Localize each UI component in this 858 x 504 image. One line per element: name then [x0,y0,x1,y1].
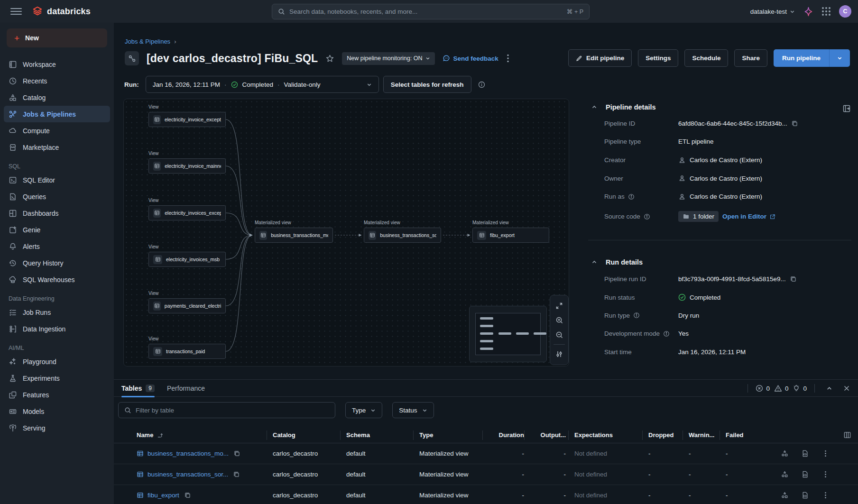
fit-to-screen-icon[interactable] [550,298,569,313]
column-header-dropped[interactable]: Dropped [648,427,679,443]
app-switcher-icon[interactable] [822,7,830,16]
sidebar-item-models[interactable]: Models [4,403,110,420]
sidebar-item-workspace[interactable]: Workspace [4,56,110,73]
close-panel-icon[interactable] [840,382,853,395]
send-feedback-link[interactable]: Send feedback [443,55,498,62]
open-in-editor-link[interactable]: Open in Editor [722,213,776,220]
zoom-out-icon[interactable] [550,328,569,342]
global-search-input[interactable]: Search data, notebooks, recents, and mor… [272,4,590,19]
table-filter-input[interactable]: Filter by table [118,402,335,418]
settings-button[interactable]: Settings [638,49,678,67]
table-name-link[interactable]: business_transactions_mo... [148,450,229,457]
sidebar-item-genie[interactable]: Genie [4,221,110,238]
sidebar-item-serving[interactable]: Serving [4,420,110,436]
more-actions-kebab-icon[interactable] [507,54,509,63]
dag-minimap[interactable] [469,306,547,362]
share-button[interactable]: Share [734,49,767,67]
dag-node-business_transactions_sorted[interactable]: business_transactions_sorted [364,228,441,243]
sidebar-item-dashboards[interactable]: Dashboards [4,205,110,221]
dag-node-payments_cleared_electricity[interactable]: payments_cleared_electricity... [148,298,226,313]
view-definition-icon[interactable] [801,491,809,499]
column-header-type[interactable]: Type [419,427,490,443]
source-folder-badge[interactable]: 1 folder [678,211,719,222]
table-name-link[interactable]: business_transactions_sor... [148,471,228,478]
sidebar-item-compute[interactable]: Compute [4,122,110,139]
dag-node-fibu_export[interactable]: fibu_export [472,228,549,243]
collapse-section-icon[interactable] [591,104,597,110]
dag-node-transactions_paid[interactable]: transactions_paid [148,344,226,359]
breadcrumb-link[interactable]: Jobs & Pipelines [125,38,170,45]
sidebar-item-queries[interactable]: Queries [4,188,110,205]
column-header-output[interactable]: Output... [530,427,566,443]
copy-button[interactable] [233,471,240,478]
sidebar-item-query-history[interactable]: Query History [4,255,110,271]
sidebar-item-data-ingestion[interactable]: Data Ingestion [4,321,110,337]
copy-button[interactable] [790,275,797,283]
expand-panel-icon[interactable] [822,382,836,395]
assistant-sparkle-icon[interactable] [803,7,813,17]
open-in-catalog-icon[interactable] [781,470,789,478]
copy-button[interactable] [233,450,240,457]
dag-node-electricity_invoices_msb[interactable]: electricity_invoices_msb [148,252,226,267]
sidebar-item-alerts[interactable]: Alerts [4,238,110,255]
type-filter-dropdown[interactable]: Type [345,402,382,418]
table-row[interactable]: fibu_exportcarlos_decastrodefaultMateria… [114,485,858,504]
column-header-name[interactable]: Name [137,427,269,443]
edit-pipeline-button[interactable]: Edit pipeline [568,49,632,67]
graph-filter-sliders-icon[interactable] [550,347,569,361]
run-pipeline-dropdown[interactable] [829,49,850,67]
column-header-catalog[interactable]: Catalog [273,427,344,443]
run-selector[interactable]: Jan 16, 2026, 12:11 PM · Completed · Val… [146,76,379,93]
table-name-link[interactable]: fibu_export [148,492,179,499]
column-header-expectations[interactable]: Expectations [574,427,646,443]
new-button[interactable]: + New [7,28,107,47]
tab-performance[interactable]: Performance [167,380,205,397]
dag-node-electricity_invoice_except_m[interactable]: electricity_invoice_except_m... [148,112,226,127]
dag-node-electricity_invoices_except_[interactable]: electricity_invoices_except_... [148,205,226,220]
sidebar-item-features[interactable]: Features [4,386,110,403]
row-kebab-icon[interactable] [821,470,830,478]
open-in-catalog-icon[interactable] [781,449,789,458]
dag-node-electricity_invoice_mainnetz[interactable]: electricity_invoice_mainnetz... [148,158,226,174]
sidebar-item-sql-editor[interactable]: SQL Editor [4,172,110,188]
sidebar-item-experiments[interactable]: Experiments [4,370,110,386]
collapse-section-icon[interactable] [591,259,597,265]
open-in-catalog-icon[interactable] [781,491,789,499]
pipeline-monitoring-toggle[interactable]: New pipeline monitoring: ON [342,52,435,65]
sidebar-item-sql-warehouses[interactable]: SQL Warehouses [4,271,110,288]
user-avatar[interactable]: C [839,5,851,18]
favorite-star-icon[interactable] [325,54,334,63]
status-filter-dropdown[interactable]: Status [392,402,434,418]
copy-button[interactable] [184,492,191,499]
view-definition-icon[interactable] [801,449,809,458]
sidebar-item-playground[interactable]: Playground [4,353,110,370]
pipeline-dag-canvas[interactable]: Viewelectricity_invoice_except_m...Viewe… [123,99,569,367]
sidebar-item-marketplace[interactable]: Marketplace [4,139,110,156]
table-row[interactable]: business_transactions_mo...carlos_decast… [114,443,858,464]
sidebar-item-recents[interactable]: Recents [4,73,110,89]
databricks-logo[interactable]: databricks [32,6,91,17]
view-definition-icon[interactable] [801,470,809,478]
breadcrumb[interactable]: Jobs & Pipelines › [125,38,176,45]
info-icon[interactable] [478,81,485,88]
column-selector-icon[interactable] [843,431,851,441]
column-header-duration[interactable]: Duration [489,427,524,443]
zoom-in-icon[interactable] [550,313,569,328]
row-kebab-icon[interactable] [821,449,830,458]
workspace-picker[interactable]: datalake-test [750,8,795,15]
row-kebab-icon[interactable] [821,491,830,499]
table-row[interactable]: business_transactions_sor...carlos_decas… [114,464,858,485]
collapse-panel-icon[interactable] [842,104,851,115]
column-header-warnings[interactable]: Warnin... [689,427,721,443]
copy-button[interactable] [791,120,798,127]
run-pipeline-button[interactable]: Run pipeline [774,49,829,67]
column-header-schema[interactable]: Schema [346,427,403,443]
column-header-failed[interactable]: Failed [726,427,753,443]
sidebar-item-job-runs[interactable]: Job Runs [4,304,110,321]
hamburger-menu-icon[interactable] [10,6,22,17]
sidebar-item-catalog[interactable]: Catalog [4,89,110,106]
sidebar-item-jobs-pipelines[interactable]: Jobs & Pipelines [4,106,110,122]
dag-node-business_transactions_mont[interactable]: business_transactions_mont... [255,228,333,243]
select-tables-button[interactable]: Select tables for refresh [383,76,471,93]
tab-tables[interactable]: Tables 9 [121,380,155,397]
